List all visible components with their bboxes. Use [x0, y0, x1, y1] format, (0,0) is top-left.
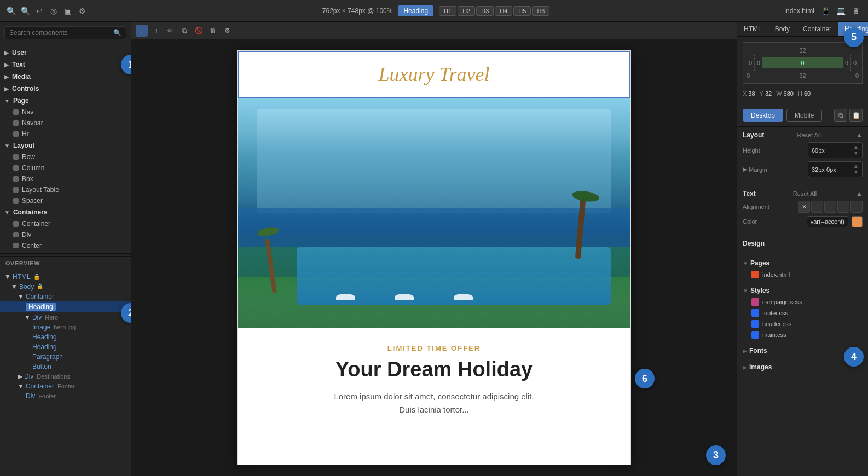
- layout-caret: ▼: [4, 143, 10, 149]
- tablet-icon[interactable]: 💻: [834, 4, 847, 18]
- div-dest-label: Destinations: [37, 373, 70, 380]
- tab-heading[interactable]: Heading: [838, 22, 868, 36]
- margin-input[interactable]: 32px 0px ▲ ▼: [808, 161, 863, 177]
- sidebar-item-center[interactable]: Center: [0, 240, 131, 251]
- heading-block[interactable]: Luxury Travel: [238, 51, 630, 98]
- file-item-campaign[interactable]: campaign.scss: [743, 297, 863, 307]
- dom-item-button[interactable]: Button: [0, 362, 131, 371]
- down-arrow[interactable]: ▼: [853, 150, 859, 156]
- header-css-label: header.css: [762, 321, 791, 327]
- layout-collapse[interactable]: ▲: [856, 131, 863, 139]
- margin-spinner[interactable]: ▲ ▼: [853, 164, 859, 175]
- sidebar-item-user[interactable]: ▶ User: [0, 47, 131, 59]
- h1-button[interactable]: H1: [439, 6, 456, 16]
- images-header[interactable]: ▶ Images: [743, 361, 863, 373]
- h6-button[interactable]: H6: [532, 6, 549, 16]
- canvas-settings-icon[interactable]: ⚙: [221, 25, 233, 37]
- sidebar-item-navbar[interactable]: Navbar: [0, 118, 131, 129]
- height-input[interactable]: 60px ▲ ▼: [808, 142, 863, 158]
- search-icon: 🔍: [113, 29, 121, 37]
- dom-item-heading-selected[interactable]: Heading: [0, 301, 131, 312]
- sidebar-item-column[interactable]: Column: [0, 162, 131, 173]
- margin-expand[interactable]: ▶: [743, 166, 747, 173]
- align-center-btn[interactable]: ≡: [824, 201, 836, 213]
- target-icon[interactable]: ◎: [48, 5, 59, 16]
- dom-item-image[interactable]: Image hero.jpg: [0, 322, 131, 332]
- duplicate-icon[interactable]: ⧉: [178, 25, 190, 37]
- h2-button[interactable]: H2: [458, 6, 475, 16]
- fonts-header[interactable]: ▶ Fonts: [743, 345, 863, 357]
- zoom-out-icon[interactable]: 🔍: [20, 5, 31, 16]
- tab-body[interactable]: Body: [768, 22, 796, 36]
- luxury-title: Luxury Travel: [250, 63, 618, 86]
- file-item-main[interactable]: main.css: [743, 329, 863, 340]
- sidebar-item-text[interactable]: ▶ Text: [0, 59, 131, 71]
- h5-button[interactable]: H5: [513, 6, 531, 16]
- tab-container[interactable]: Container: [796, 22, 838, 36]
- h4-button[interactable]: H4: [495, 6, 512, 16]
- align-right-btn[interactable]: ≡: [837, 201, 849, 213]
- dom-item-paragraph[interactable]: Paragraph: [0, 352, 131, 362]
- desktop-button[interactable]: Desktop: [743, 109, 783, 122]
- tab-html[interactable]: HTML: [737, 22, 768, 36]
- sidebar-item-box[interactable]: Box: [0, 173, 131, 184]
- hide-icon[interactable]: 🚫: [193, 25, 205, 37]
- sidebar-item-containers[interactable]: ▼ Containers: [0, 206, 131, 218]
- pages-header[interactable]: ▼ Pages: [743, 257, 863, 269]
- sidebar-item-div[interactable]: Div: [0, 229, 131, 240]
- height-spinner[interactable]: ▲ ▼: [853, 144, 859, 156]
- dom-item-body[interactable]: ▼ Body 🔒: [0, 282, 131, 292]
- x-value: 38: [748, 90, 755, 97]
- file-item-header[interactable]: header.css: [743, 318, 863, 329]
- settings-icon[interactable]: ⚙: [77, 5, 88, 16]
- mobile-button[interactable]: Mobile: [786, 109, 822, 122]
- delete-icon[interactable]: 🗑: [207, 25, 219, 37]
- dom-item-html[interactable]: ▼ HTML 🔒: [0, 272, 131, 282]
- search-input[interactable]: [9, 29, 110, 37]
- margin-up[interactable]: ▲: [853, 164, 859, 169]
- sidebar-item-layout[interactable]: ▼ Layout: [0, 140, 131, 152]
- dom-item-heading-2[interactable]: Heading: [0, 342, 131, 352]
- up-arrow[interactable]: ▲: [853, 144, 859, 150]
- sidebar-item-controls[interactable]: ▶ Controls: [0, 83, 131, 95]
- heading-breadcrumb[interactable]: Heading: [398, 5, 433, 16]
- h3-button[interactable]: H3: [476, 6, 494, 16]
- sidebar-item-hr[interactable]: Hr: [0, 129, 131, 140]
- sidebar-item-layout-table[interactable]: Layout Table: [0, 184, 131, 195]
- margin-down[interactable]: ▼: [853, 170, 859, 175]
- dom-item-div-destinations[interactable]: ▶ Div Destinations: [0, 371, 131, 381]
- color-value-input[interactable]: var(--accent): [807, 216, 848, 227]
- layout-reset[interactable]: Reset All: [797, 132, 821, 138]
- dom-item-div-footer[interactable]: Div Footer: [0, 391, 131, 401]
- text-collapse[interactable]: ▲: [856, 190, 863, 198]
- edit-icon[interactable]: ✏: [164, 25, 176, 37]
- dom-item-div-hero[interactable]: ▼ Div Hero: [0, 312, 131, 322]
- undo-icon[interactable]: ↩: [34, 5, 45, 16]
- sidebar-item-row[interactable]: Row: [0, 152, 131, 162]
- sidebar-item-nav[interactable]: Nav: [0, 107, 131, 118]
- dom-item-heading-1[interactable]: Heading: [0, 332, 131, 342]
- preview-icon[interactable]: ▣: [62, 5, 73, 16]
- zoom-in-icon[interactable]: 🔍: [5, 5, 16, 16]
- dom-item-container-footer[interactable]: ▼ Container Footer: [0, 381, 131, 391]
- up-icon[interactable]: ↑: [150, 25, 162, 37]
- paste-icon[interactable]: 📋: [849, 109, 863, 122]
- desktop-icon[interactable]: 🖥: [849, 4, 863, 18]
- styles-header[interactable]: ▼ Styles: [743, 285, 863, 297]
- align-left-btn[interactable]: ≡: [811, 201, 823, 213]
- copy-icon[interactable]: ⧉: [834, 109, 847, 122]
- align-justify-btn[interactable]: ≡: [850, 201, 863, 213]
- color-swatch[interactable]: [852, 216, 863, 227]
- file-item-footer[interactable]: footer.css: [743, 307, 863, 318]
- move-icon[interactable]: ↕: [136, 25, 148, 37]
- dom-item-container[interactable]: ▼ Container: [0, 292, 131, 301]
- pad-right: 0: [845, 60, 848, 66]
- align-none-btn[interactable]: ✕: [798, 201, 810, 213]
- file-item-index[interactable]: index.html: [743, 269, 863, 280]
- sidebar-item-container[interactable]: Container: [0, 218, 131, 229]
- text-reset[interactable]: Reset All: [793, 190, 817, 197]
- sidebar-item-spacer[interactable]: Spacer: [0, 195, 131, 206]
- sidebar-item-media[interactable]: ▶ Media: [0, 71, 131, 83]
- sidebar-item-page[interactable]: ▼ Page: [0, 95, 131, 107]
- mobile-icon[interactable]: 📱: [819, 4, 832, 18]
